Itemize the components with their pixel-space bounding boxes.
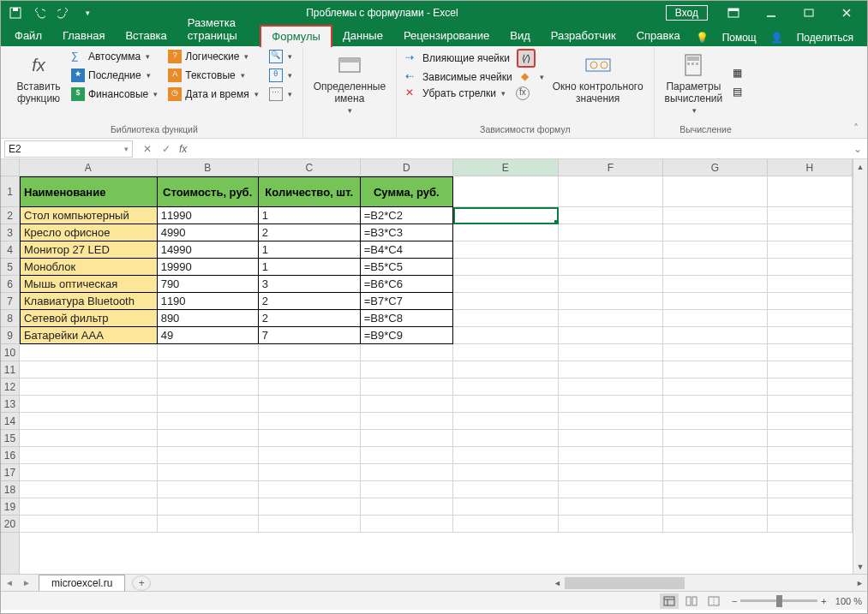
cell[interactable]: [158, 413, 259, 430]
row-header[interactable]: 8: [1, 310, 19, 327]
cell[interactable]: [259, 396, 361, 413]
more-fn-button[interactable]: ⋯▾: [264, 86, 297, 103]
cell[interactable]: [768, 207, 853, 224]
tab-help[interactable]: Справка: [626, 26, 691, 46]
watch-window-button[interactable]: Окно контрольного значения: [548, 48, 649, 108]
tab-insert[interactable]: Вставка: [115, 26, 177, 46]
cell[interactable]: Мышь оптическая: [20, 276, 158, 293]
cancel-icon[interactable]: ✕: [138, 140, 157, 158]
maximize-icon[interactable]: [792, 3, 826, 22]
cell[interactable]: =B8*C8: [361, 310, 453, 327]
cell[interactable]: [453, 481, 559, 498]
cell[interactable]: [768, 396, 853, 413]
cell[interactable]: [559, 224, 663, 241]
row-header[interactable]: 5: [1, 259, 19, 276]
cell[interactable]: [453, 498, 559, 516]
scroll-up-icon[interactable]: ▲: [853, 159, 867, 174]
cell[interactable]: [559, 464, 663, 481]
tell-me-icon[interactable]: 💡: [691, 29, 714, 46]
row-header[interactable]: 3: [1, 224, 19, 241]
cell[interactable]: [453, 176, 559, 207]
cell[interactable]: =B9*C9: [361, 327, 453, 344]
tab-developer[interactable]: Разработчик: [541, 26, 626, 46]
cell[interactable]: [559, 447, 663, 464]
confirm-icon[interactable]: ✓: [157, 140, 176, 158]
cell[interactable]: 14990: [158, 241, 259, 259]
cell[interactable]: [768, 498, 853, 516]
cell[interactable]: [453, 344, 559, 361]
col-header-A[interactable]: A: [20, 159, 158, 176]
cell[interactable]: [768, 259, 853, 276]
cell[interactable]: [361, 498, 453, 516]
scroll-left-icon[interactable]: ◄: [550, 579, 565, 587]
calc-now-button[interactable]: ▦: [727, 65, 751, 82]
redo-icon[interactable]: [52, 3, 75, 22]
save-icon[interactable]: [4, 3, 27, 22]
cell[interactable]: 2: [259, 293, 361, 310]
cell[interactable]: [453, 379, 559, 396]
cell[interactable]: [20, 344, 158, 361]
cell[interactable]: [768, 481, 853, 498]
cell[interactable]: Батарейки ААА: [20, 327, 158, 344]
col-header-D[interactable]: D: [361, 159, 453, 176]
trace-dependents-button[interactable]: ⇠ Зависимые ячейки ◆▾: [402, 69, 548, 85]
cell[interactable]: [453, 276, 559, 293]
cell[interactable]: 1: [259, 207, 361, 224]
cell[interactable]: [663, 224, 768, 241]
cell[interactable]: [768, 327, 853, 344]
cell[interactable]: [663, 327, 768, 344]
row-header[interactable]: 14: [1, 413, 19, 430]
cell[interactable]: [559, 293, 663, 310]
cell[interactable]: 2: [259, 224, 361, 241]
calc-options-button[interactable]: Параметры вычислений▾: [660, 48, 728, 118]
normal-view-icon[interactable]: [660, 593, 679, 609]
zoom-out-icon[interactable]: −: [732, 596, 737, 606]
cell[interactable]: [158, 481, 259, 498]
cell[interactable]: [158, 464, 259, 481]
insert-function-button[interactable]: fx Вставить функцию: [11, 48, 66, 108]
col-header-B[interactable]: B: [158, 159, 259, 176]
formula-input[interactable]: [190, 140, 853, 158]
cell[interactable]: [158, 344, 259, 361]
row-header[interactable]: 1: [1, 176, 19, 207]
cell[interactable]: [361, 396, 453, 413]
cell[interactable]: [768, 379, 853, 396]
scroll-down-icon[interactable]: ▼: [853, 559, 867, 574]
cell[interactable]: [361, 379, 453, 396]
row-header[interactable]: 18: [1, 481, 19, 498]
cell[interactable]: [453, 241, 559, 259]
cell[interactable]: [453, 447, 559, 464]
cell[interactable]: =B6*C6: [361, 276, 453, 293]
cell[interactable]: [453, 259, 559, 276]
cell[interactable]: [453, 516, 559, 533]
collapse-ribbon-icon[interactable]: ˄: [850, 119, 862, 138]
cell[interactable]: [559, 259, 663, 276]
cell[interactable]: [768, 344, 853, 361]
qat-customize-icon[interactable]: ▾: [76, 3, 99, 22]
cell[interactable]: [453, 327, 559, 344]
tab-formulas[interactable]: Формулы: [260, 25, 332, 47]
financial-button[interactable]: $Финансовые▾: [66, 86, 163, 103]
cell[interactable]: Стоимость, руб.: [158, 176, 259, 207]
cell[interactable]: [158, 396, 259, 413]
cell[interactable]: =B7*C7: [361, 293, 453, 310]
cell[interactable]: [361, 481, 453, 498]
cell[interactable]: [361, 413, 453, 430]
row-header[interactable]: 7: [1, 293, 19, 310]
cell[interactable]: 3: [259, 276, 361, 293]
cell[interactable]: 4990: [158, 224, 259, 241]
calc-sheet-button[interactable]: ▤: [727, 84, 751, 101]
cell[interactable]: 1: [259, 259, 361, 276]
cell[interactable]: [663, 310, 768, 327]
cell[interactable]: 1190: [158, 293, 259, 310]
row-header[interactable]: 12: [1, 379, 19, 396]
row-header[interactable]: 19: [1, 498, 19, 516]
row-header[interactable]: 2: [1, 207, 19, 224]
cell[interactable]: [361, 344, 453, 361]
undo-icon[interactable]: [28, 3, 51, 22]
cell[interactable]: [559, 379, 663, 396]
cell[interactable]: [20, 379, 158, 396]
tell-me[interactable]: Помощ: [717, 29, 762, 46]
cell[interactable]: [768, 241, 853, 259]
cell[interactable]: [663, 276, 768, 293]
